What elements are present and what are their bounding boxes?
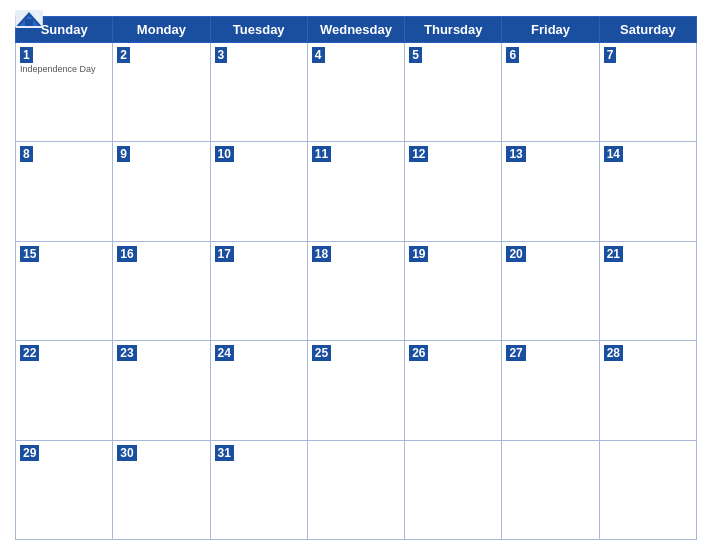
calendar-cell: 25	[307, 341, 404, 440]
day-number: 4	[312, 47, 325, 63]
event-label: Independence Day	[20, 64, 108, 74]
calendar-cell: 19	[405, 241, 502, 340]
day-number: 10	[215, 146, 234, 162]
calendar-cell: 20	[502, 241, 599, 340]
week-row-1: 1Independence Day234567	[16, 43, 697, 142]
calendar-cell: 21	[599, 241, 696, 340]
day-number: 8	[20, 146, 33, 162]
calendar-cell: 1Independence Day	[16, 43, 113, 142]
day-number: 5	[409, 47, 422, 63]
day-number: 21	[604, 246, 623, 262]
day-number: 26	[409, 345, 428, 361]
calendar-cell: 26	[405, 341, 502, 440]
calendar-cell: 30	[113, 440, 210, 539]
calendar-cell	[405, 440, 502, 539]
day-header-monday: Monday	[113, 17, 210, 43]
day-number: 27	[506, 345, 525, 361]
calendar-cell: 10	[210, 142, 307, 241]
day-number: 14	[604, 146, 623, 162]
calendar-cell: 13	[502, 142, 599, 241]
calendar-cell	[307, 440, 404, 539]
day-number: 19	[409, 246, 428, 262]
calendar-cell: 23	[113, 341, 210, 440]
calendar-cell: 31	[210, 440, 307, 539]
calendar-cell: 3	[210, 43, 307, 142]
day-number: 12	[409, 146, 428, 162]
day-number: 31	[215, 445, 234, 461]
day-header-thursday: Thursday	[405, 17, 502, 43]
day-number: 23	[117, 345, 136, 361]
calendar-cell: 6	[502, 43, 599, 142]
calendar-cell: 7	[599, 43, 696, 142]
week-row-3: 15161718192021	[16, 241, 697, 340]
calendar-cell: 12	[405, 142, 502, 241]
calendar-cell: 27	[502, 341, 599, 440]
day-number: 24	[215, 345, 234, 361]
calendar-cell: 2	[113, 43, 210, 142]
day-number: 1	[20, 47, 33, 63]
day-headers-row: SundayMondayTuesdayWednesdayThursdayFrid…	[16, 17, 697, 43]
day-header-tuesday: Tuesday	[210, 17, 307, 43]
day-number: 11	[312, 146, 331, 162]
day-number: 22	[20, 345, 39, 361]
day-number: 2	[117, 47, 130, 63]
day-number: 13	[506, 146, 525, 162]
calendar-cell: 22	[16, 341, 113, 440]
calendar-cell: 16	[113, 241, 210, 340]
day-number: 20	[506, 246, 525, 262]
logo	[15, 10, 43, 29]
calendar-cell: 28	[599, 341, 696, 440]
calendar-cell: 5	[405, 43, 502, 142]
calendar-cell: 15	[16, 241, 113, 340]
day-number: 16	[117, 246, 136, 262]
logo-icon	[15, 10, 43, 28]
day-header-wednesday: Wednesday	[307, 17, 404, 43]
day-number: 29	[20, 445, 39, 461]
svg-rect-3	[25, 19, 33, 26]
day-number: 9	[117, 146, 130, 162]
day-number: 7	[604, 47, 617, 63]
calendar-cell: 24	[210, 341, 307, 440]
calendar-cell: 18	[307, 241, 404, 340]
week-row-4: 22232425262728	[16, 341, 697, 440]
calendar-cell: 4	[307, 43, 404, 142]
calendar-cell	[502, 440, 599, 539]
day-number: 28	[604, 345, 623, 361]
week-row-2: 891011121314	[16, 142, 697, 241]
day-number: 25	[312, 345, 331, 361]
calendar-cell: 29	[16, 440, 113, 539]
day-number: 15	[20, 246, 39, 262]
week-row-5: 293031	[16, 440, 697, 539]
day-number: 6	[506, 47, 519, 63]
day-number: 18	[312, 246, 331, 262]
calendar-cell: 8	[16, 142, 113, 241]
calendar-cell: 17	[210, 241, 307, 340]
day-number: 30	[117, 445, 136, 461]
calendar-container: SundayMondayTuesdayWednesdayThursdayFrid…	[0, 0, 712, 550]
calendar-cell: 11	[307, 142, 404, 241]
day-number: 3	[215, 47, 228, 63]
day-header-saturday: Saturday	[599, 17, 696, 43]
calendar-table: SundayMondayTuesdayWednesdayThursdayFrid…	[15, 16, 697, 540]
calendar-cell: 14	[599, 142, 696, 241]
day-header-friday: Friday	[502, 17, 599, 43]
day-number: 17	[215, 246, 234, 262]
calendar-cell	[599, 440, 696, 539]
calendar-cell: 9	[113, 142, 210, 241]
